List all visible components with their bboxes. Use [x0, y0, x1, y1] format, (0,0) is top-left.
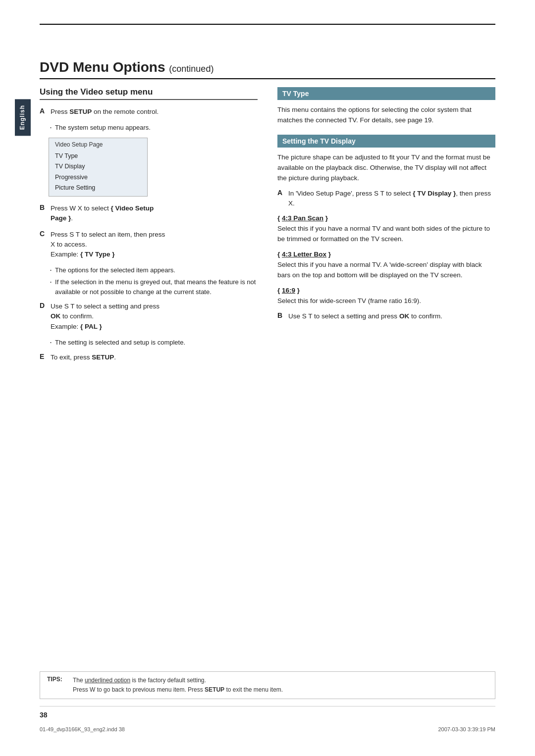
top-border [40, 24, 495, 25]
english-tab: English [15, 99, 31, 136]
title-main: DVD Menu Options [40, 59, 165, 75]
sub-text-d: The setting is selected and setup is com… [55, 338, 185, 348]
step-d-letter: D [40, 302, 48, 309]
tips-line2: Press W to go back to previous menu item… [73, 685, 283, 695]
step-c-sub2: · If the selection in the menu is greyed… [50, 277, 258, 297]
page-title: DVD Menu Options (continued) [40, 59, 495, 79]
step-d-sub: · The setting is selected and setup is c… [50, 338, 258, 348]
opt-16-9-underline: 16:9 [282, 287, 295, 294]
opt-letter-box-text: Select this if you have a normal TV. A '… [277, 260, 495, 281]
right-step-b: B Use S T to select a setting and press … [277, 311, 495, 321]
step-a-letter: A [40, 107, 48, 115]
opt-16-9-text: Select this for wide-screen TV (frame ra… [277, 296, 495, 306]
opt-letter-box-heading: { 4:3 Letter Box } [277, 251, 495, 258]
sub-text-c2: If the selection in the menu is greyed o… [55, 277, 258, 297]
opt-letter-box-underline: 4:3 Letter Box [282, 251, 326, 258]
tv-type-bar: TV Type [277, 87, 495, 100]
step-d-text: Use S T to select a setting and press OK… [51, 302, 160, 332]
sub-text-c1: The options for the selected item appear… [55, 265, 175, 275]
menu-item-2: TV Display [55, 161, 141, 172]
sub-dot: · [50, 123, 52, 133]
setting-tv-display-bar: Setting the TV Display [277, 135, 495, 148]
opt-pan-scan-text: Select this if you have a normal TV and … [277, 224, 495, 245]
menu-box: Video Setup Page TV Type TV Display Prog… [49, 138, 148, 197]
tips-box: TIPS: The underlined option is the facto… [40, 671, 495, 699]
sub-dot-c1: · [50, 265, 52, 275]
step-c-letter: C [40, 230, 48, 238]
right-step-a-letter: A [277, 189, 285, 197]
right-step-a-text: In 'Video Setup Page', press S T to sele… [288, 189, 495, 209]
step-c-text: Press S T to select an item, then press … [51, 230, 165, 260]
footer-right: 2007-03-30 3:39:19 PM [438, 726, 495, 732]
footer: 01-49_dvp3166K_93_eng2.indd 38 2007-03-3… [40, 726, 495, 732]
step-c: C Press S T to select an item, then pres… [40, 230, 258, 260]
step-b: B Press W X to select { Video SetupPage … [40, 203, 258, 224]
tips-content: The underlined option is the factory def… [73, 676, 283, 695]
menu-item-1: TV Type [55, 151, 141, 161]
page-number: 38 [40, 711, 48, 719]
setting-description: The picture shape can be adjusted to fit… [277, 152, 495, 184]
step-d: D Use S T to select a setting and press … [40, 302, 258, 332]
opt-pan-scan-underline: 4:3 Pan Scan [282, 214, 323, 222]
page: English DVD Menu Options (continued) Usi… [0, 0, 535, 756]
right-column: TV Type This menu contains the options f… [277, 87, 495, 368]
main-content: Using the Video setup menu A Press SETUP… [40, 87, 495, 368]
menu-item-4: Picture Setting [55, 183, 141, 193]
left-section-heading: Using the Video setup menu [40, 87, 258, 100]
title-suffix: (continued) [169, 64, 214, 74]
sub-dot-d: · [50, 338, 52, 348]
step-e-text: To exit, press SETUP. [51, 353, 116, 362]
step-a-sub: · The system setup menu appears. [50, 123, 258, 133]
bottom-border [40, 706, 495, 706]
sub-text: The system setup menu appears. [55, 123, 151, 133]
step-e-letter: E [40, 353, 48, 360]
step-b-text: Press W X to select { Video SetupPage }. [51, 203, 154, 224]
step-b-letter: B [40, 203, 48, 211]
tv-type-description: This menu contains the options for selec… [277, 105, 495, 126]
sub-dot-c2: · [50, 277, 52, 287]
step-a: A Press SETUP on the remote control. [40, 107, 258, 117]
tips-label: TIPS: [47, 676, 67, 683]
opt-pan-scan-heading: { 4:3 Pan Scan } [277, 214, 495, 222]
step-e: E To exit, press SETUP. [40, 353, 258, 362]
menu-box-title: Video Setup Page [55, 141, 141, 148]
left-column: Using the Video setup menu A Press SETUP… [40, 87, 258, 368]
menu-item-3: Progressive [55, 172, 141, 183]
step-a-text: Press SETUP on the remote control. [51, 107, 159, 117]
right-step-b-letter: B [277, 311, 285, 319]
right-step-b-text: Use S T to select a setting and press OK… [288, 311, 442, 321]
opt-16-9-heading: { 16:9 } [277, 287, 495, 294]
tips-underline: underlined option [85, 677, 130, 684]
step-c-sub1: · The options for the selected item appe… [50, 265, 258, 275]
footer-left: 01-49_dvp3166K_93_eng2.indd 38 [40, 726, 125, 732]
tips-line1: The underlined option is the factory def… [73, 676, 283, 685]
right-step-a: A In 'Video Setup Page', press S T to se… [277, 189, 495, 209]
